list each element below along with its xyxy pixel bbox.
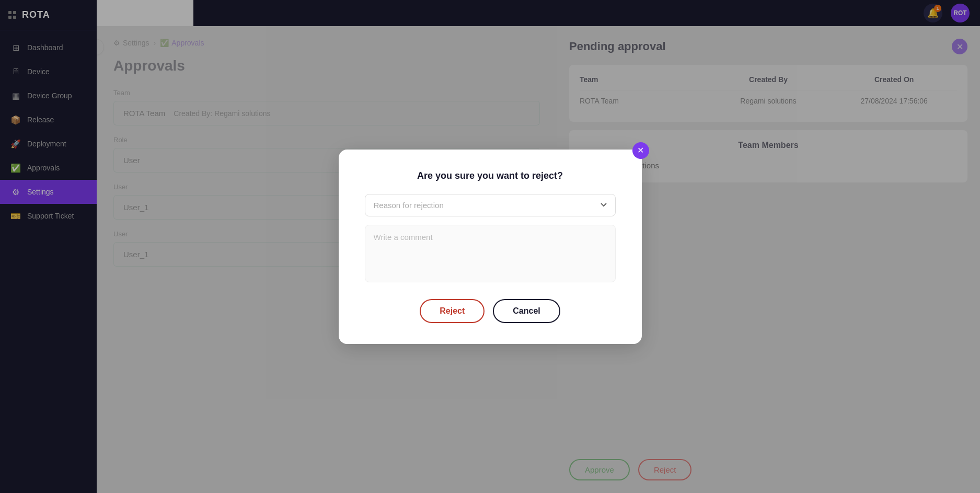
modal-close-button[interactable]: ✕ <box>632 142 649 159</box>
modal-overlay: ✕ Are you sure you want to reject? Reaso… <box>0 0 980 493</box>
reject-modal: ✕ Are you sure you want to reject? Reaso… <box>339 150 642 344</box>
modal-actions: Reject Cancel <box>365 299 616 323</box>
reason-for-rejection-select[interactable]: Reason for rejection <box>365 194 616 216</box>
modal-cancel-button[interactable]: Cancel <box>493 299 560 323</box>
modal-title: Are you sure you want to reject? <box>365 170 616 181</box>
comment-textarea[interactable] <box>365 225 616 282</box>
modal-reject-button[interactable]: Reject <box>420 299 485 323</box>
